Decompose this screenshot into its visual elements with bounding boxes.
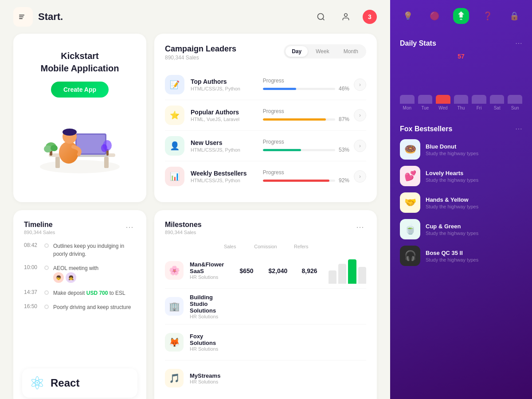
progress-fill-new-users [263, 149, 301, 151]
day-col-sun: Sun [508, 95, 522, 110]
progress-fill-popular-authors [263, 118, 326, 121]
campaign-title: Campaign Leaders [165, 44, 236, 54]
col-refers-label: Refers [286, 244, 316, 249]
bestsellers-title: Fox Bestsellers [400, 125, 452, 133]
bestseller-item-lovely-hearts[interactable]: 💕 Lovely Hearts Study the highway types [400, 166, 522, 186]
bestseller-thumb-cup-green: 🍵 [400, 219, 420, 239]
svg-point-17 [44, 145, 52, 153]
campaign-progress-popular-authors: Progress 87% [263, 108, 349, 122]
svg-point-21 [101, 144, 107, 152]
header: Start. 3 [0, 0, 390, 34]
react-label: React [51, 377, 79, 389]
content-grid: Kickstart Mobile Application Create App [0, 34, 390, 399]
timeline-item-1650: 16:50 Poorly driving and keep structure [24, 303, 136, 311]
svg-rect-7 [55, 157, 60, 168]
timeline-item-1437: 14:37 Make deposit USD 700 to ESL [24, 289, 136, 297]
tab-week[interactable]: Week [309, 46, 335, 57]
kickstart-title: Kickstart Mobile Application [40, 50, 119, 74]
milestone-commission-0: $2,040 [266, 266, 291, 274]
milestone-avatar-0: 🌸 [165, 261, 184, 280]
bestseller-item-blue-donut[interactable]: 🍩 Blue Donut Study the highway types [400, 139, 522, 160]
user-icon[interactable] [338, 9, 354, 25]
svg-point-3 [318, 14, 324, 20]
campaign-avatar-new-users: 👤 [165, 136, 184, 156]
timeline-card-top: Timeline 890,344 Sales ⋯ [24, 221, 136, 235]
bestsellers-dots-button[interactable]: ⋯ [515, 125, 522, 133]
milestone-info-1: Building Studio Solutions HR Solutions [190, 294, 228, 319]
stats-title: Daily Stats [400, 39, 436, 47]
tab-day[interactable]: Day [286, 46, 308, 57]
logo-text: Start. [38, 11, 63, 23]
chevron-popular-authors[interactable]: › [354, 109, 366, 121]
bestseller-thumb-bose-qc35: 🎧 [400, 246, 420, 266]
campaign-info-top-authors: Top Authors HTML/CSS/JS, Python [191, 78, 263, 91]
milestones-dots-button[interactable]: ⋯ [354, 221, 366, 233]
col-sales-label: Sales [215, 244, 245, 249]
chevron-new-users[interactable]: › [354, 140, 366, 152]
milestone-info-3: MyStreams HR Solutions [190, 372, 228, 384]
campaign-info-popular-authors: Popular Authors HTML, VueJS, Laravel [191, 109, 263, 122]
right-topnav: 💡 🔴 ❓ 🔒 [390, 0, 532, 32]
milestone-row-2: 🦊 Foxy Solutions HR Solutions [165, 325, 366, 360]
day-col-fri: Fri [472, 95, 486, 110]
campaign-avatar-top-authors: 📝 [165, 75, 184, 94]
chart-peak-value: 57 [458, 53, 465, 60]
nav-icon-fox[interactable] [453, 8, 469, 24]
campaign-progress-weekly-bestsellers: Progress 92% [263, 169, 349, 184]
svg-point-18 [51, 145, 58, 151]
timeline-dots-button[interactable]: ⋯ [123, 221, 136, 233]
campaign-progress-top-authors: Progress 46% [263, 78, 349, 92]
day-col-wed: Wed [436, 95, 450, 110]
react-logo-icon: ⚛ [29, 373, 45, 393]
create-app-button[interactable]: Create App [51, 82, 109, 98]
tab-month[interactable]: Month [337, 46, 364, 57]
nav-icon-lock[interactable]: 🔒 [506, 8, 522, 24]
svg-point-14 [63, 129, 77, 136]
campaign-row-top-authors: 📝 Top Authors HTML/CSS/JS, Python Progre… [165, 70, 366, 100]
nav-icon-circle[interactable]: 🔴 [426, 8, 442, 24]
fox-bestsellers: Fox Bestsellers ⋯ 🍩 Blue Donut Study the… [390, 117, 532, 399]
nav-icon-lightbulb[interactable]: 💡 [400, 8, 416, 24]
timeline-item-0842: 08:42 Outlines keep you indulging in poo… [24, 242, 136, 258]
milestones-subtitle: 890,344 Sales [165, 230, 202, 235]
campaign-info-new-users: New Users HTML/CSS/JS, Python [191, 139, 263, 153]
col-comission-label: Comission [251, 244, 280, 249]
milestone-avatar-3: 🎵 [165, 369, 184, 387]
milestone-info-0: Man&Flower SaaS HR Solutions [190, 261, 228, 280]
daily-stats: Daily Stats ⋯ 57 Mon Tue Wed Thu [390, 32, 532, 117]
progress-fill-top-authors [263, 88, 296, 90]
search-icon[interactable] [313, 9, 329, 25]
timeline-title: Timeline [24, 221, 55, 229]
bestseller-item-bose-qc35[interactable]: 🎧 Bose QC 35 II Study the highway types [400, 246, 522, 266]
day-col-thu: Thu [454, 95, 469, 110]
milestone-avatar-1: 🏢 [165, 297, 184, 316]
stats-dots-button[interactable]: ⋯ [515, 39, 522, 47]
campaign-info-weekly-bestsellers: Weekly Bestsellers HTML/CSS/JS, Python [191, 170, 263, 183]
chevron-top-authors[interactable]: › [354, 78, 366, 91]
campaign-row-new-users: 👤 New Users HTML/CSS/JS, Python Progress… [165, 131, 366, 161]
milestone-info-2: Foxy Solutions HR Solutions [190, 333, 228, 352]
stats-header: Daily Stats ⋯ [400, 39, 522, 47]
milestone-chart-2 [329, 329, 367, 356]
header-left: Start. [13, 7, 63, 27]
notification-badge[interactable]: 3 [363, 10, 377, 24]
milestone-row-0: 🌸 Man&Flower SaaS HR Solutions $650 $2,0… [165, 253, 366, 289]
avatar-1: 👦 [53, 272, 64, 283]
milestone-chart-1 [329, 293, 367, 320]
bestseller-thumb-lovely-hearts: 💕 [400, 166, 420, 186]
daily-chart: 57 Mon Tue Wed Thu Fri [400, 53, 522, 110]
progress-fill-weekly-bestsellers [263, 180, 329, 182]
bestseller-thumb-hands-yellow: 🤝 [400, 192, 420, 213]
milestones-column-headers: Sales Comission Refers [165, 242, 366, 253]
bestseller-item-hands-yellow[interactable]: 🤝 Hands & Yellow Study the highway types [400, 192, 522, 213]
milestones-card-top: Milestones 890,344 Sales ⋯ [165, 221, 366, 235]
campaign-tab-group: Day Week Month [284, 44, 366, 59]
nav-icon-question[interactable]: ❓ [480, 8, 496, 24]
svg-rect-8 [104, 157, 109, 168]
campaign-row-weekly-bestsellers: 📊 Weekly Bestsellers HTML/CSS/JS, Python… [165, 161, 366, 192]
campaign-progress-new-users: Progress 53% [263, 139, 349, 153]
bestseller-item-cup-green[interactable]: 🍵 Cup & Green Study the highway types [400, 219, 522, 239]
chevron-weekly-bestsellers[interactable]: › [354, 170, 366, 183]
right-panel: 💡 🔴 ❓ 🔒 Daily Stats ⋯ 57 Mon [390, 0, 532, 399]
kickstart-card: Kickstart Mobile Application Create App [13, 34, 146, 202]
